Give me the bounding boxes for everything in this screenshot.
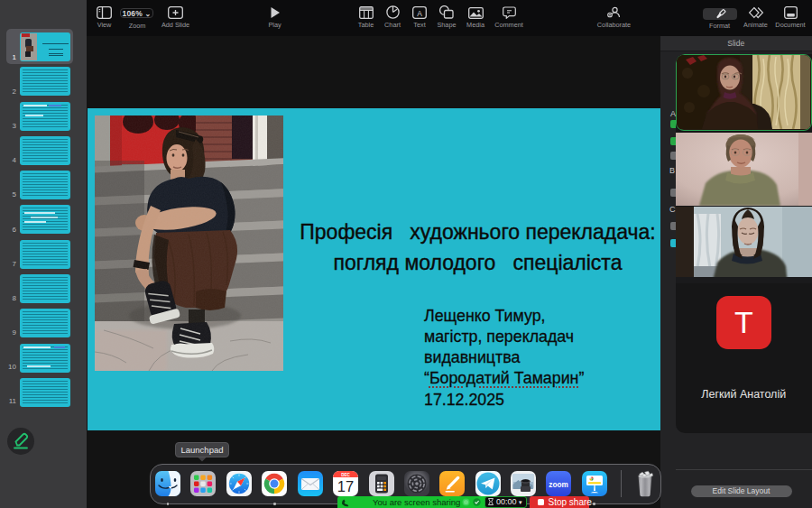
svg-text:17: 17: [337, 478, 354, 494]
svg-text:zoom: zoom: [549, 480, 568, 488]
svg-text:DEC: DEC: [341, 472, 350, 476]
svg-text:A: A: [417, 9, 422, 18]
